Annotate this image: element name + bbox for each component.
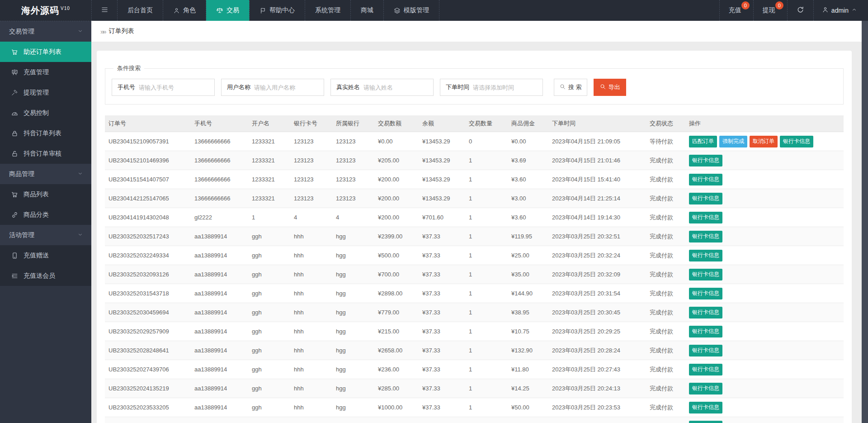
- column-header: 下单时间: [548, 115, 646, 132]
- search-field-input[interactable]: [139, 84, 214, 91]
- quantity-cell: 1: [465, 151, 508, 170]
- status-cell: 完成付款: [646, 227, 685, 246]
- search-field-label: 真实姓名: [331, 83, 363, 91]
- action-button[interactable]: 银行卡信息: [689, 250, 722, 261]
- commission-cell: ¥3.60: [508, 208, 548, 227]
- sidebar-item[interactable]: 抖音订单列表: [0, 123, 91, 143]
- action-button[interactable]: 银行卡信息: [689, 402, 722, 413]
- sidebar-item-label: 提现管理: [24, 89, 49, 97]
- action-button[interactable]: 强制完成: [719, 136, 747, 147]
- action-button[interactable]: 银行卡信息: [689, 345, 722, 356]
- order-time-cell: 2023年03月25日 20:28:24: [548, 341, 646, 360]
- export-button[interactable]: 导出: [594, 79, 626, 96]
- table-row: UB2303252030459694aa13889914gghhhhhgg¥77…: [105, 303, 844, 322]
- nav-item[interactable]: 模版管理: [384, 0, 439, 21]
- actions-cell: 银行卡信息: [685, 208, 844, 227]
- action-button[interactable]: 银行卡信息: [689, 231, 722, 242]
- nav-item[interactable]: 系统管理: [305, 0, 351, 21]
- refresh-button[interactable]: [787, 0, 813, 21]
- page-scrollbar[interactable]: [862, 21, 868, 423]
- quantity-cell: 1: [465, 189, 508, 208]
- amount-cell: ¥2658.00: [374, 341, 419, 360]
- action-button[interactable]: 银行卡信息: [689, 383, 722, 394]
- search-field-input[interactable]: [254, 84, 324, 91]
- action-button[interactable]: 银行卡信息: [689, 174, 722, 185]
- sidebar-item[interactable]: 商品列表: [0, 184, 91, 204]
- order-id-cell: UB2304152101469396: [105, 151, 191, 170]
- search-field-input[interactable]: [363, 84, 433, 91]
- chevron-down-icon: [77, 232, 83, 239]
- balance-cell: ¥37.33: [419, 360, 465, 379]
- quantity-cell: 1: [465, 246, 508, 265]
- sidebar-item[interactable]: 助还订单列表: [0, 42, 91, 62]
- nav-item[interactable]: 后台首页: [118, 0, 163, 21]
- navbar-right: 充值 0 提现 0 admin: [719, 0, 868, 21]
- action-button[interactable]: 银行卡信息: [689, 326, 722, 337]
- action-button[interactable]: 银行卡信息: [689, 212, 722, 223]
- search-field-group: 下单时间: [440, 79, 543, 96]
- sidebar-item[interactable]: 交易控制: [0, 103, 91, 123]
- withdraw-label: 提现: [763, 6, 775, 14]
- commission-cell: ¥3.69: [508, 151, 548, 170]
- table-row: UB2303252021584200aa13889917jjhhhxdd¥107…: [105, 417, 844, 423]
- quantity-cell: 0: [465, 132, 508, 151]
- sidebar-group-label: 商品管理: [9, 170, 34, 178]
- action-button[interactable]: 取消订单: [750, 136, 778, 147]
- sidebar-item[interactable]: 充值送会员: [0, 266, 91, 286]
- bank-cell: hgg: [332, 379, 374, 398]
- order-time-cell: 2023年04月14日 21:25:14: [548, 189, 646, 208]
- sidebar-item[interactable]: 抖音订单审核: [0, 143, 91, 164]
- actions-cell: 银行卡信息: [685, 189, 844, 208]
- bank-card-cell: hhh: [290, 322, 332, 341]
- order-time-cell: 2023年03月25日 20:29:25: [548, 322, 646, 341]
- sidebar-item-label: 充值管理: [24, 68, 49, 76]
- sidebar-item[interactable]: 商品分类: [0, 204, 91, 225]
- action-button[interactable]: 银行卡信息: [780, 136, 813, 147]
- action-button[interactable]: 银行卡信息: [689, 193, 722, 204]
- nav-item[interactable]: 商城: [351, 0, 384, 21]
- order-time-cell: 2023年03月25日 20:31:54: [548, 284, 646, 303]
- sidebar-item[interactable]: 提现管理: [0, 82, 91, 103]
- order-id-cell: UB2304151541407507: [105, 170, 191, 189]
- sidebar-submenu: 商品列表商品分类: [0, 184, 91, 225]
- actions-cell: 银行卡信息: [685, 322, 844, 341]
- sidebar-item[interactable]: 充值赠送: [0, 245, 91, 266]
- search-field-input[interactable]: [473, 84, 542, 91]
- nav-item-label: 商城: [361, 6, 373, 14]
- action-button[interactable]: 银行卡信息: [689, 307, 722, 318]
- nav-item-label: 后台首页: [127, 6, 153, 14]
- action-button[interactable]: 银行卡信息: [689, 288, 722, 299]
- balance-cell: ¥37.33: [419, 265, 465, 284]
- actions-cell: 银行卡信息: [685, 379, 844, 398]
- recharge-nav-item[interactable]: 充值 0: [719, 0, 753, 21]
- action-button[interactable]: 银行卡信息: [689, 155, 722, 166]
- search-button[interactable]: 搜 索: [554, 79, 587, 96]
- column-header: 订单号: [105, 115, 191, 132]
- commission-cell: ¥11.80: [508, 360, 548, 379]
- commission-cell: ¥144.90: [508, 284, 548, 303]
- action-button[interactable]: 银行卡信息: [689, 364, 722, 375]
- menu-toggle-button[interactable]: [91, 0, 118, 21]
- sidebar-group-header[interactable]: 商品管理: [0, 164, 91, 184]
- sidebar-item-label: 充值送会员: [24, 272, 55, 280]
- nav-item-label: 帮助中心: [269, 6, 295, 14]
- withdraw-nav-item[interactable]: 提现 0: [753, 0, 787, 21]
- sidebar-item[interactable]: 充值管理: [0, 62, 91, 82]
- nav-item[interactable]: 交易: [206, 0, 250, 21]
- app-logo-text: 海外源码: [21, 5, 59, 17]
- sidebar-group-header[interactable]: 活动管理: [0, 225, 91, 245]
- nav-item[interactable]: 角色: [163, 0, 206, 21]
- sidebar-group-header[interactable]: 交易管理: [0, 21, 91, 42]
- account-name-cell: ggh: [248, 284, 290, 303]
- quantity-cell: 1: [465, 379, 508, 398]
- nav-item[interactable]: 帮助中心: [250, 0, 305, 21]
- user-menu[interactable]: admin: [813, 0, 868, 21]
- action-button[interactable]: 银行卡信息: [689, 269, 722, 280]
- amount-cell: ¥2399.00: [374, 227, 419, 246]
- action-button[interactable]: 匹配订单: [689, 136, 717, 147]
- account-name-cell: ggh: [248, 246, 290, 265]
- search-field-group: 手机号: [112, 79, 215, 96]
- action-button[interactable]: 银行卡信息: [689, 421, 722, 423]
- sidebar-item-label: 商品分类: [24, 211, 49, 219]
- column-header: 银行卡号: [290, 115, 332, 132]
